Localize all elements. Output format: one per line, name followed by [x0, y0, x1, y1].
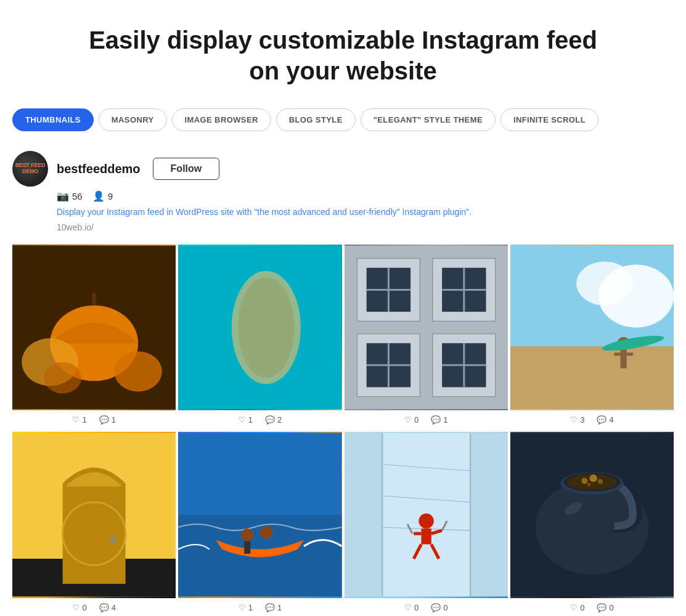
svg-point-72	[587, 483, 590, 487]
image-tiles[interactable]	[345, 245, 508, 410]
comments-count-2: 2	[277, 415, 282, 424]
heart-icon-1: ♡	[72, 415, 80, 424]
comments-stat-2: 💬 2	[265, 415, 282, 424]
likes-count-4: 3	[580, 415, 584, 424]
image-cell-8: ♡ 0 💬 0	[510, 432, 674, 616]
avatar: BEST FEEDDEMO	[12, 151, 48, 187]
comments-stat-6: 💬 1	[265, 603, 282, 612]
heart-icon-8: ♡	[570, 603, 578, 612]
image-stats-8: ♡ 0 💬 0	[510, 598, 674, 617]
image-stats-4: ♡ 3 💬 4	[510, 410, 674, 429]
image-cell-6: ♡ 1 💬 1	[178, 432, 341, 616]
likes-stat-2: ♡ 1	[239, 415, 253, 424]
likes-stat-5: ♡ 0	[72, 603, 86, 612]
svg-point-32	[576, 262, 633, 306]
image-stats-3: ♡ 0 💬 1	[345, 410, 508, 429]
svg-rect-56	[421, 529, 431, 545]
svg-point-70	[589, 475, 597, 482]
comments-stat-7: 💬 0	[431, 603, 447, 612]
comment-icon-6: 💬	[265, 603, 275, 612]
svg-rect-46	[244, 541, 250, 554]
profile-stats: 📷 56 👤 9	[57, 190, 674, 202]
likes-count-2: 1	[248, 415, 253, 424]
image-stats-1: ♡ 1 💬 1	[12, 410, 176, 429]
svg-point-47	[260, 526, 272, 538]
page-wrapper: Easily display customizable Instagram fe…	[0, 0, 686, 616]
tabs-bar: THUMBNAILS MASONRY IMAGE BROWSER BLOG ST…	[12, 108, 674, 131]
profile-name-row: bestfeeddemo Follow	[57, 158, 219, 180]
followers-stat: 👤 9	[92, 190, 113, 202]
image-stats-7: ♡ 0 💬 0	[345, 598, 508, 617]
svg-point-45	[241, 529, 253, 541]
likes-stat-6: ♡ 1	[239, 603, 253, 612]
tab-image-browser[interactable]: IMAGE BROWSER	[172, 108, 271, 131]
svg-rect-40	[63, 484, 126, 584]
likes-count-8: 0	[580, 603, 584, 612]
photos-stat: 📷 56	[57, 190, 83, 202]
comments-count-8: 0	[609, 603, 613, 612]
image-door[interactable]	[12, 432, 176, 598]
followers-count: 9	[108, 191, 113, 201]
image-boat[interactable]	[178, 432, 341, 598]
comment-icon-3: 💬	[431, 415, 441, 424]
comments-stat-3: 💬 1	[431, 415, 447, 424]
image-cell-4: ♡ 3 💬 4	[510, 245, 674, 429]
comment-icon-2: 💬	[265, 415, 275, 424]
comments-count-4: 4	[609, 415, 613, 424]
profile-top: BEST FEEDDEMO bestfeeddemo Follow	[12, 151, 674, 187]
svg-point-69	[581, 478, 587, 484]
svg-point-6	[44, 362, 81, 394]
heart-icon-5: ♡	[72, 603, 80, 612]
follow-button[interactable]: Follow	[153, 158, 220, 180]
image-stats-5: ♡ 0 💬 4	[12, 598, 176, 617]
comments-stat-8: 💬 0	[597, 603, 613, 612]
tab-infinite-scroll[interactable]: INFINITE SCROLL	[500, 108, 598, 131]
image-teapot[interactable]	[510, 432, 674, 598]
heart-icon-2: ♡	[239, 415, 246, 424]
likes-count-1: 1	[82, 415, 86, 424]
comment-icon-1: 💬	[99, 415, 109, 424]
comments-count-5: 4	[112, 603, 116, 612]
image-surfer[interactable]	[510, 245, 674, 410]
tab-masonry[interactable]: MASONRY	[99, 108, 167, 131]
likes-count-3: 0	[414, 415, 419, 424]
profile-username: bestfeeddemo	[57, 162, 141, 176]
tab-elegant-style[interactable]: "ELEGANT" STYLE THEME	[361, 108, 496, 131]
likes-count-6: 1	[248, 603, 253, 612]
image-climber[interactable]	[345, 432, 508, 598]
likes-stat-4: ♡ 3	[570, 415, 584, 424]
image-pumpkins[interactable]	[12, 245, 176, 410]
image-cell-5: ♡ 0 💬 4	[12, 432, 176, 616]
comments-stat-4: 💬 4	[597, 415, 613, 424]
comments-count-6: 1	[277, 603, 282, 612]
comment-icon-4: 💬	[597, 415, 606, 424]
heart-icon-3: ♡	[404, 415, 412, 424]
image-aerial[interactable]	[178, 245, 341, 410]
tab-thumbnails[interactable]: THUMBNAILS	[12, 108, 94, 131]
svg-rect-34	[620, 349, 626, 368]
svg-rect-11	[178, 246, 341, 409]
images-grid-row1: ♡ 1 💬 1 ♡	[12, 245, 674, 429]
images-grid-row2: ♡ 0 💬 4	[12, 432, 674, 616]
svg-rect-35	[614, 352, 633, 355]
camera-icon: 📷	[57, 190, 69, 202]
hero-title: Easily display customizable Instagram fe…	[12, 25, 674, 86]
likes-stat-8: ♡ 0	[570, 603, 584, 612]
likes-stat-3: ♡ 0	[404, 415, 419, 424]
likes-count-5: 0	[82, 603, 86, 612]
likes-stat-1: ♡ 1	[72, 415, 86, 424]
heart-icon-6: ♡	[239, 603, 246, 612]
comments-stat-5: 💬 4	[99, 603, 116, 612]
comments-stat-1: 💬 1	[99, 415, 116, 424]
svg-rect-30	[510, 346, 674, 409]
heart-icon-7: ♡	[404, 603, 412, 612]
comment-icon-5: 💬	[99, 603, 109, 612]
comments-count-7: 0	[443, 603, 447, 612]
photos-count: 56	[72, 191, 83, 201]
svg-point-71	[598, 479, 603, 484]
svg-point-5	[114, 351, 162, 391]
profile-section: BEST FEEDDEMO bestfeeddemo Follow 📷 56 👤…	[12, 151, 674, 232]
image-cell-2: ♡ 1 💬 2	[178, 245, 341, 429]
tab-blog-style[interactable]: BLOG STYLE	[276, 108, 356, 131]
likes-count-7: 0	[414, 603, 419, 612]
